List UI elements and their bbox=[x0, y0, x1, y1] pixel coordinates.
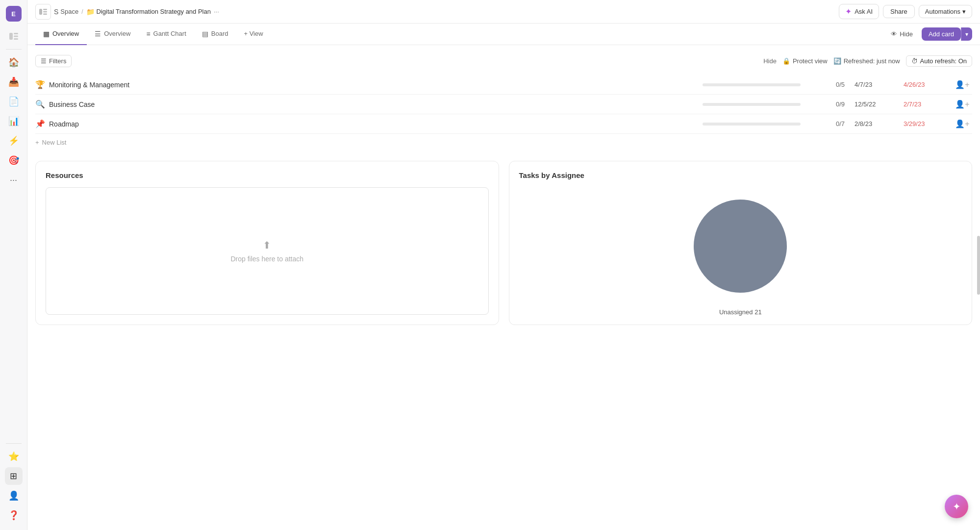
list-item-count: 0/5 bbox=[820, 81, 845, 88]
protect-view-button[interactable]: 🔒 Protect view bbox=[782, 57, 828, 65]
help-icon[interactable]: ❓ bbox=[5, 506, 23, 524]
filters-bar: ☰ Filters Hide 🔒 Protect view 🔄 Refreshe… bbox=[35, 51, 972, 71]
goals-icon[interactable]: 🎯 bbox=[5, 151, 23, 169]
list-item-date1: 12/5/22 bbox=[854, 101, 904, 108]
list-item-icon: 📌 bbox=[35, 119, 49, 128]
breadcrumb-space-label: Space bbox=[60, 8, 78, 15]
tab-gantt-label: Gantt Chart bbox=[153, 30, 186, 37]
docs-icon[interactable]: 📄 bbox=[5, 93, 23, 110]
topbar-right: ✦ Ask AI Share Automations ▾ bbox=[839, 4, 972, 19]
fab-button[interactable]: ✦ bbox=[945, 495, 968, 518]
tab-board[interactable]: ▤ Board bbox=[194, 24, 236, 45]
tasks-by-assignee-title: Tasks by Assignee bbox=[519, 171, 962, 179]
add-card-group: Add card ▾ bbox=[922, 27, 972, 41]
svg-point-8 bbox=[694, 200, 787, 293]
cards-area: Resources ⬆ Drop files here to attach Ta… bbox=[27, 151, 980, 335]
tab-gantt[interactable]: ≡ Gantt Chart bbox=[138, 24, 194, 45]
upload-icon: ⬆ bbox=[263, 239, 271, 251]
automations-chevron-icon: ▾ bbox=[962, 8, 966, 15]
avatar[interactable]: E bbox=[6, 6, 22, 22]
pie-svg bbox=[686, 192, 794, 300]
overview2-icon: ☰ bbox=[95, 30, 101, 38]
list-item-icon: 🔍 bbox=[35, 100, 49, 109]
tab-overview2[interactable]: ☰ Overview bbox=[87, 24, 138, 45]
tab-add-view[interactable]: + View bbox=[236, 24, 271, 45]
list-item-progress bbox=[703, 123, 820, 126]
auto-refresh-button[interactable]: ⏱ Auto refresh: On bbox=[906, 55, 972, 67]
breadcrumb-sep1: / bbox=[81, 8, 83, 15]
assign-button[interactable]: 👤+ bbox=[953, 80, 972, 89]
tab-overview2-label: Overview bbox=[104, 30, 130, 37]
list-item: 📌 Roadmap 0/7 2/8/23 3/29/23 👤+ bbox=[35, 114, 972, 134]
progress-bar-bg bbox=[703, 103, 801, 106]
tab-overview1[interactable]: ▦ Overview bbox=[35, 24, 87, 45]
tab-overview1-label: Overview bbox=[52, 30, 79, 37]
sidebar: E 🏠 📥 📄 📊 ⚡ 🎯 ··· ⭐ ⊞ 👤 ❓ bbox=[0, 0, 27, 530]
spaces-icon[interactable]: ⚡ bbox=[5, 132, 23, 150]
add-card-chevron-button[interactable]: ▾ bbox=[961, 27, 972, 41]
breadcrumb-more-button[interactable]: ··· bbox=[214, 8, 219, 15]
svg-rect-5 bbox=[43, 9, 47, 10]
resources-title: Resources bbox=[46, 171, 489, 179]
assign-button[interactable]: 👤+ bbox=[953, 100, 972, 109]
progress-bar-bg bbox=[703, 123, 801, 126]
list-rows: 🏆 Monitoring & Management 0/5 4/7/23 4/2… bbox=[35, 75, 972, 134]
filters-label: Filters bbox=[49, 57, 66, 65]
sidebar-toggle-button[interactable] bbox=[35, 4, 51, 20]
inbox-icon[interactable]: 📥 bbox=[5, 73, 23, 91]
list-item-name[interactable]: Roadmap bbox=[49, 120, 703, 128]
pie-chart: Unassigned 21 bbox=[686, 192, 794, 300]
progress-bar-bg bbox=[703, 83, 801, 86]
protect-view-label: Protect view bbox=[793, 57, 828, 65]
hide-button[interactable]: 👁 Hide bbox=[886, 28, 918, 40]
filters-button[interactable]: ☰ Filters bbox=[35, 55, 72, 67]
hide-col-label[interactable]: Hide bbox=[763, 57, 777, 65]
sidebar-divider-2 bbox=[6, 443, 22, 444]
ask-ai-label: Ask AI bbox=[854, 8, 873, 15]
refreshed-status: 🔄 Refreshed: just now bbox=[833, 57, 900, 65]
user-icon[interactable]: 👤 bbox=[5, 487, 23, 505]
list-item-date2: 2/7/23 bbox=[904, 101, 953, 108]
svg-rect-4 bbox=[39, 9, 42, 15]
breadcrumb-space[interactable]: S Space bbox=[54, 8, 78, 16]
refreshed-label: Refreshed: just now bbox=[844, 57, 900, 65]
share-button[interactable]: Share bbox=[883, 5, 915, 18]
svg-rect-6 bbox=[43, 11, 47, 12]
add-view-label: + View bbox=[244, 30, 263, 37]
scrollbar[interactable] bbox=[977, 236, 980, 295]
topbar: S Space / 📁 Digital Transformation Strat… bbox=[27, 0, 980, 24]
automations-label: Automations bbox=[925, 8, 960, 15]
automations-button[interactable]: Automations ▾ bbox=[919, 5, 972, 18]
assign-button[interactable]: 👤+ bbox=[953, 119, 972, 128]
list-item-date1: 4/7/23 bbox=[854, 81, 904, 88]
filter-icon: ☰ bbox=[41, 57, 47, 65]
list-item-count: 0/9 bbox=[820, 101, 845, 108]
list-item-date2: 3/29/23 bbox=[904, 120, 953, 127]
list-item-progress bbox=[703, 103, 820, 106]
dashboard-icon[interactable]: 📊 bbox=[5, 112, 23, 130]
eye-icon: 👁 bbox=[891, 30, 897, 38]
breadcrumb-current-label: Digital Transformation Strategy and Plan bbox=[97, 8, 211, 15]
ask-ai-button[interactable]: ✦ Ask AI bbox=[839, 4, 879, 19]
list-item-progress bbox=[703, 83, 820, 86]
new-list-button[interactable]: + New List bbox=[35, 134, 972, 151]
apps-icon[interactable]: ⊞ bbox=[5, 467, 23, 485]
tabs-right: 👁 Hide Add card ▾ bbox=[886, 27, 972, 41]
lock-icon: 🔒 bbox=[782, 57, 790, 65]
plus-icon: + bbox=[35, 139, 39, 146]
sidebar-toggle-icon[interactable] bbox=[5, 27, 23, 45]
add-card-button[interactable]: Add card bbox=[922, 27, 961, 41]
svg-rect-1 bbox=[14, 33, 18, 34]
breadcrumb-current-item[interactable]: 📁 Digital Transformation Strategy and Pl… bbox=[86, 8, 211, 16]
content-area: ☰ Filters Hide 🔒 Protect view 🔄 Refreshe… bbox=[27, 45, 980, 530]
favorites-icon[interactable]: ⭐ bbox=[5, 448, 23, 465]
home-icon[interactable]: 🏠 bbox=[5, 53, 23, 71]
board-icon: ▤ bbox=[202, 30, 208, 38]
svg-rect-2 bbox=[14, 36, 18, 37]
more-dots-icon[interactable]: ··· bbox=[5, 171, 23, 189]
pie-legend-label: Unassigned 21 bbox=[719, 308, 762, 316]
list-item-name[interactable]: Monitoring & Management bbox=[49, 81, 703, 89]
drop-zone[interactable]: ⬆ Drop files here to attach bbox=[46, 187, 489, 315]
auto-refresh-icon: ⏱ bbox=[911, 57, 918, 65]
list-item-name[interactable]: Business Case bbox=[49, 101, 703, 108]
